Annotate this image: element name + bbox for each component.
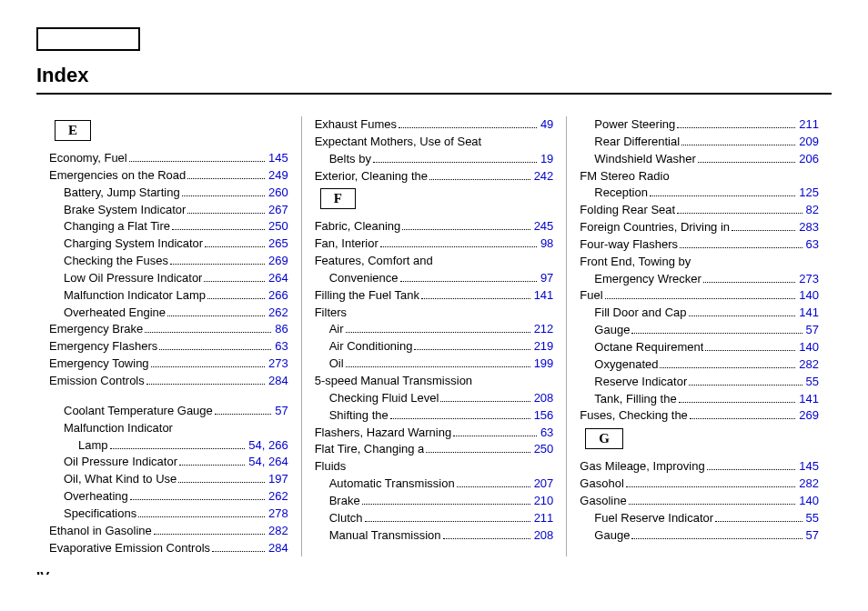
index-entry-page[interactable]: 267 [268, 202, 288, 219]
index-entry-page[interactable]: 140 [799, 493, 819, 510]
index-entry-page[interactable]: 156 [534, 407, 554, 425]
spacer [49, 390, 288, 403]
index-entry-label: Belts by [329, 151, 371, 168]
index-entry-page[interactable]: 55 [806, 510, 819, 527]
index-entry-page[interactable]: 140 [799, 339, 819, 356]
index-entry-page[interactable]: 208 [534, 527, 554, 545]
index-entry-page[interactable]: 57 [806, 322, 819, 339]
index-entry-page[interactable]: 141 [799, 391, 819, 408]
index-entry: Shifting the156 [315, 407, 554, 425]
index-entry-page[interactable]: 55 [806, 374, 819, 391]
index-entry-page[interactable]: 82 [806, 202, 819, 219]
index-entry-page[interactable]: 63 [806, 236, 819, 254]
index-entry-page[interactable]: 284 [268, 373, 288, 390]
leader-dots [346, 366, 530, 367]
index-entry-page[interactable]: 86 [275, 321, 288, 338]
index-entry-page[interactable]: 97 [540, 270, 553, 287]
index-entry-page[interactable]: 245 [534, 218, 554, 235]
index-entry: 5-speed Manual Transmission [315, 373, 554, 390]
index-entry-page[interactable]: 211 [534, 510, 554, 527]
index-entry-page[interactable]: 282 [268, 523, 288, 540]
index-entry-page[interactable]: 140 [799, 287, 819, 305]
index-entry-page[interactable]: 57 [275, 403, 288, 420]
index-entry-page[interactable]: 250 [268, 218, 288, 235]
index-entry-page[interactable]: 273 [268, 356, 288, 373]
index-entry-page[interactable]: 269 [268, 253, 288, 270]
index-entry: Oil Pressure Indicator54, 264 [49, 454, 288, 471]
index-entry-page[interactable]: 141 [799, 305, 819, 322]
index-entry-page[interactable]: 207 [534, 476, 554, 493]
index-entry: Windshield Washer206 [580, 151, 819, 168]
index-entry: Fan, Interior98 [315, 235, 554, 253]
index-entry-page[interactable]: 262 [268, 488, 288, 506]
index-entry-page[interactable]: 125 [799, 185, 819, 202]
index-entry-page[interactable]: 63 [540, 425, 553, 442]
index-entry-label: Reception [594, 185, 648, 202]
index-entry-label: Exhaust Fumes [315, 116, 397, 134]
index-entry-page[interactable]: 98 [540, 235, 553, 253]
index-entry-label: Brake System Indicator [64, 202, 186, 219]
index-entry-page[interactable]: 208 [534, 390, 554, 407]
letter-heading-e: E [55, 120, 91, 141]
index-entry-page[interactable]: 63 [275, 338, 288, 356]
index-entry-page[interactable]: 282 [799, 476, 819, 493]
index-entry-page[interactable]: 265 [268, 235, 288, 253]
index-entry-label: Tank, Filling the [594, 391, 676, 408]
index-entry-page[interactable]: 269 [799, 407, 819, 425]
index-entry-label: Fuel [580, 287, 602, 305]
index-entry-page[interactable]: 54, 266 [248, 437, 288, 455]
index-entry-page[interactable]: 209 [799, 134, 819, 151]
index-entry-page[interactable]: 49 [540, 116, 553, 134]
index-entry-label: Oil [329, 356, 344, 373]
leader-dots [705, 350, 795, 351]
index-entry: Reception125 [580, 185, 819, 202]
page-title: Index [36, 64, 832, 87]
index-entry-page[interactable]: 266 [268, 287, 288, 305]
index-entry-page[interactable]: 54, 264 [248, 454, 288, 471]
index-entry-page[interactable]: 145 [268, 150, 288, 167]
index-entry: Air Conditioning219 [315, 338, 554, 356]
leader-dots [380, 246, 537, 247]
index-entry-label: Filters [315, 305, 347, 322]
index-entry-page[interactable]: 145 [799, 458, 819, 476]
leader-dots [400, 281, 537, 282]
index-entry-page[interactable]: 273 [799, 271, 819, 288]
index-entry-page[interactable]: 199 [534, 356, 554, 373]
index-entry-page[interactable]: 57 [806, 527, 819, 545]
index-entry: Automatic Transmission207 [315, 476, 554, 493]
index-entry-page[interactable]: 262 [268, 305, 288, 322]
index-entry: Fuel Reserve Indicator55 [580, 510, 819, 527]
index-entry-page[interactable]: 282 [799, 356, 819, 374]
index-entry-page[interactable]: 219 [534, 338, 554, 356]
index-entry-label: Emergency Flashers [49, 338, 157, 356]
index-entry: Foreign Countries, Driving in283 [580, 219, 819, 236]
index-entry-page[interactable]: 260 [268, 185, 288, 202]
index-entry-page[interactable]: 284 [268, 540, 288, 557]
index-entry-page[interactable]: 212 [534, 321, 554, 338]
index-entry-page[interactable]: 250 [534, 441, 554, 458]
index-entry-page[interactable]: 141 [534, 287, 554, 305]
leader-dots [440, 401, 530, 402]
index-entry: Power Steering211 [580, 116, 819, 134]
leader-dots [689, 385, 802, 386]
index-entry-page[interactable]: 211 [799, 116, 819, 134]
leader-dots [421, 298, 530, 299]
index-entry-label: Filling the Fuel Tank [315, 287, 419, 305]
index-entry-page[interactable]: 278 [268, 506, 288, 523]
index-entry-label: Fuel Reserve Indicator [594, 510, 713, 527]
index-entry-page[interactable]: 283 [799, 219, 819, 236]
index-entry-page[interactable]: 242 [534, 168, 554, 185]
index-entry-page[interactable]: 206 [799, 151, 819, 168]
leader-dots [698, 162, 795, 163]
leader-dots [715, 521, 802, 522]
index-column-2: Exhaust Fumes49Expectant Mothers, Use of… [301, 116, 567, 556]
index-entry-label: Coolant Temperature Gauge [64, 403, 213, 420]
index-entry-label: Emission Controls [49, 373, 145, 390]
index-entry-page[interactable]: 249 [268, 167, 288, 185]
leader-dots [187, 213, 265, 214]
index-entry-page[interactable]: 19 [540, 151, 553, 168]
index-entry-label: Emergency Towing [49, 356, 149, 373]
index-entry-page[interactable]: 210 [534, 493, 554, 510]
index-entry-page[interactable]: 197 [268, 471, 288, 488]
index-entry-page[interactable]: 264 [268, 270, 288, 287]
